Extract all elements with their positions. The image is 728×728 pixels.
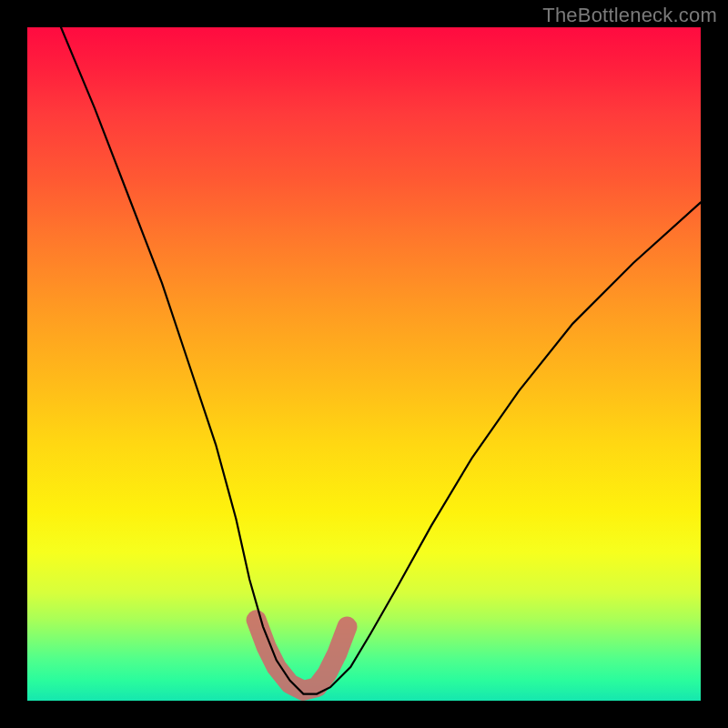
plot-area [27,27,701,701]
chart-svg [27,27,701,701]
bottleneck-curve [61,27,701,694]
optimal-region-marker [257,620,348,691]
watermark-label: TheBottleneck.com [542,4,717,27]
chart-frame: TheBottleneck.com [0,0,728,728]
